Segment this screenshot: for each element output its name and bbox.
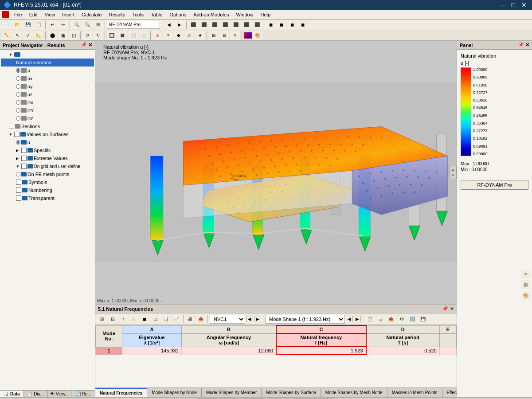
- tree-values-surfaces[interactable]: ▼ Values on Surfaces: [1, 130, 94, 138]
- tb-btn5[interactable]: ⬛: [231, 20, 241, 29]
- panel-pin[interactable]: 📌: [518, 42, 524, 48]
- bt-extra1[interactable]: 📋: [365, 315, 375, 324]
- expand-grid[interactable]: ▼: [16, 164, 21, 168]
- tb-btnC[interactable]: ◼: [287, 20, 297, 29]
- tb2-view4[interactable]: ⬜: [139, 31, 149, 40]
- menu-addon[interactable]: Add-on Modules: [190, 11, 232, 18]
- tree-symbols[interactable]: Symbols: [1, 178, 94, 186]
- tree-u[interactable]: u: [1, 66, 94, 74]
- tree-extreme[interactable]: ▶ Extreme Values: [1, 154, 94, 162]
- nav-tab-dis[interactable]: 📋 Dis...: [24, 391, 48, 397]
- menu-file[interactable]: File: [11, 11, 26, 18]
- tb-btnA[interactable]: ◼: [266, 20, 276, 29]
- tb2-view3[interactable]: ⬜: [128, 31, 138, 40]
- tree-mesh-points[interactable]: On FE mesh points: [1, 170, 94, 178]
- expand-icon[interactable]: ▼: [9, 53, 14, 57]
- tree-sections[interactable]: Sections: [1, 122, 94, 130]
- bt-extra6[interactable]: 💾: [418, 315, 428, 324]
- tb-btn6[interactable]: ⬛: [242, 20, 251, 29]
- tb-btn1[interactable]: ⬛: [188, 20, 198, 29]
- tab-mode-surface[interactable]: Mode Shapes by Surface: [262, 388, 321, 397]
- tree-grid[interactable]: ▼ On grid and user-define: [1, 162, 94, 170]
- nav-pin-icon[interactable]: 📌: [81, 42, 86, 48]
- tb2-btn3[interactable]: ⤢: [23, 31, 33, 40]
- tb-new[interactable]: 📄: [2, 20, 12, 29]
- tree-natural-vibration[interactable]: Natural vibration: [1, 59, 94, 66]
- tb2-op2[interactable]: 🔻: [163, 31, 173, 40]
- menu-tools[interactable]: Tools: [129, 11, 147, 18]
- menu-help[interactable]: Help: [257, 11, 274, 18]
- tree-phiy[interactable]: φY: [1, 106, 94, 114]
- radio-phiy[interactable]: [16, 108, 20, 113]
- tb-undo[interactable]: ↩: [47, 20, 57, 29]
- bottom-pin-icon[interactable]: 📌: [442, 306, 448, 312]
- tb-btn2[interactable]: ⬛: [199, 20, 209, 29]
- bt-btn3[interactable]: ↑: [118, 315, 128, 324]
- tb2-btn4[interactable]: 📐: [34, 31, 43, 40]
- menu-calculate[interactable]: Calculate: [78, 11, 106, 18]
- panel-close[interactable]: ✕: [525, 42, 529, 48]
- checkbox-sections[interactable]: [9, 124, 14, 129]
- bt-btn1[interactable]: ⊞: [97, 315, 107, 324]
- tb2-grid1[interactable]: ⊞: [209, 31, 219, 40]
- rf-dynam-pro-button[interactable]: RF-DYNAM Pro: [461, 180, 528, 190]
- tb2-op4[interactable]: ◇: [184, 31, 194, 40]
- checkbox-symbols[interactable]: [16, 180, 21, 185]
- tb-btn4[interactable]: ⬛: [220, 20, 230, 29]
- tb-nav2[interactable]: ▶: [175, 20, 184, 29]
- scroll-panel-right[interactable]: ≡ ≡: [450, 166, 457, 179]
- menu-window[interactable]: Window: [232, 11, 257, 18]
- tb2-color2[interactable]: 🎨: [253, 31, 262, 40]
- tb2-color1[interactable]: [244, 32, 252, 39]
- tree-phix[interactable]: φx: [1, 98, 94, 106]
- tab-mode-mesh[interactable]: Mode Shapes by Mesh Node: [321, 388, 387, 397]
- tb2-op5[interactable]: ★: [195, 31, 205, 40]
- tb2-grid3[interactable]: ≡: [230, 31, 240, 40]
- nvc-selector[interactable]: NVC1: [210, 315, 245, 324]
- tb2-view2[interactable]: 🔳: [117, 31, 127, 40]
- menu-insert[interactable]: Insert: [59, 11, 78, 18]
- tb-btnB[interactable]: ◼: [277, 20, 286, 29]
- bt-btn8[interactable]: 📈: [172, 315, 181, 324]
- nav-close-icon[interactable]: ✕: [88, 42, 92, 48]
- checkbox-surfaces[interactable]: [14, 132, 20, 137]
- tb2-op1[interactable]: 🔺: [153, 31, 162, 40]
- radio-uz[interactable]: [16, 92, 20, 97]
- bt-btn5[interactable]: ◼: [140, 315, 149, 324]
- radio-ux[interactable]: [16, 76, 20, 81]
- tree-uy[interactable]: uy: [1, 82, 94, 90]
- bt-extra4[interactable]: ⚙: [397, 315, 407, 324]
- tb-btn7[interactable]: ⬛: [252, 20, 262, 29]
- right-icon-1[interactable]: ≡: [521, 270, 530, 278]
- tree-uz[interactable]: uz: [1, 90, 94, 98]
- radio-phix[interactable]: [16, 100, 20, 105]
- tb2-op3[interactable]: ◆: [174, 31, 184, 40]
- checkbox-extreme[interactable]: [21, 156, 27, 161]
- right-icon-2[interactable]: ⊞: [521, 280, 530, 289]
- close-button[interactable]: ✕: [520, 1, 528, 8]
- tb-btnD[interactable]: ◼: [298, 20, 308, 29]
- menu-edit[interactable]: Edit: [26, 11, 41, 18]
- tb2-btn5[interactable]: ⬤: [47, 31, 57, 40]
- minimize-button[interactable]: ─: [499, 1, 507, 8]
- radio-uy[interactable]: [16, 84, 20, 89]
- nav-tab-data[interactable]: 📊 Data: [0, 391, 24, 397]
- tb2-rot2[interactable]: ↻: [93, 31, 103, 40]
- tb-btn3[interactable]: ⬛: [210, 20, 219, 29]
- tab-mode-member[interactable]: Mode Shapes by Member: [202, 388, 262, 397]
- bt-btn7[interactable]: 📊: [161, 315, 171, 324]
- tb-zoom-in[interactable]: 🔍: [72, 20, 82, 29]
- nav-tab-re[interactable]: 🔄 Re...: [71, 391, 95, 397]
- checkbox-specific[interactable]: [21, 148, 27, 153]
- tab-masses-mesh[interactable]: Masses in Mesh Points: [387, 388, 442, 397]
- checkbox-transparent[interactable]: [16, 196, 21, 201]
- tb2-btn1[interactable]: ✏️: [2, 31, 12, 40]
- mode-shape-selector[interactable]: Mode Shape 1 (f : 1.923 Hz): [265, 315, 345, 324]
- tb-redo[interactable]: ↪: [58, 20, 68, 29]
- tb2-rot1[interactable]: ↺: [82, 31, 92, 40]
- tb-zoom-out[interactable]: 🔍: [82, 20, 92, 29]
- window-controls[interactable]: ─ □ ✕: [499, 1, 528, 8]
- bt-print[interactable]: 🖶: [185, 315, 195, 324]
- tb-save[interactable]: 💾: [23, 20, 33, 29]
- bottom-close-icon[interactable]: ✕: [450, 306, 454, 312]
